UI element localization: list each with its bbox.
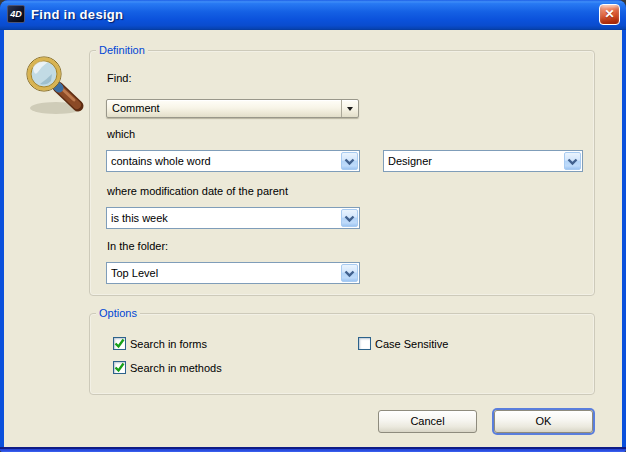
app-4d-icon: 4D — [7, 5, 25, 23]
search-in-forms-label: Search in forms — [130, 338, 207, 350]
options-legend: Options — [96, 307, 140, 319]
user-dropdown-value: Designer — [388, 155, 432, 167]
find-combobox-arrow[interactable] — [341, 100, 358, 117]
find-combobox-value: Comment — [112, 102, 160, 114]
find-combobox[interactable]: Comment — [106, 99, 359, 118]
chevron-down-icon[interactable] — [341, 209, 358, 227]
close-button[interactable]: ✕ — [599, 4, 620, 25]
options-group: Options — [89, 313, 595, 395]
dialog-body: Definition Find: Comment which contains … — [4, 30, 622, 447]
folder-dropdown-value: Top Level — [111, 267, 158, 279]
window-title: Find in design — [31, 7, 123, 22]
search-in-methods-checkbox[interactable] — [113, 361, 126, 374]
title-bar[interactable]: 4D Find in design ✕ — [0, 0, 626, 30]
ok-button[interactable]: OK — [494, 410, 593, 433]
cancel-button[interactable]: Cancel — [378, 410, 477, 433]
which-label: which — [107, 128, 135, 140]
check-icon — [114, 338, 125, 349]
which-dropdown-value: contains whole word — [111, 155, 211, 167]
case-sensitive-label: Case Sensitive — [375, 338, 448, 350]
which-dropdown[interactable]: contains whole word — [106, 150, 360, 172]
user-dropdown[interactable]: Designer — [383, 150, 583, 172]
definition-legend: Definition — [96, 44, 148, 56]
find-label: Find: — [107, 72, 131, 84]
check-icon — [114, 362, 125, 373]
chevron-down-icon[interactable] — [341, 152, 358, 170]
where-label: where modification date of the parent — [107, 185, 288, 197]
search-in-methods-row: Search in methods — [113, 361, 222, 374]
date-dropdown-value: is this week — [111, 212, 168, 224]
search-in-methods-label: Search in methods — [130, 362, 222, 374]
search-in-forms-row: Search in forms — [113, 337, 207, 350]
folder-dropdown[interactable]: Top Level — [106, 262, 360, 284]
magnifier-icon — [18, 53, 92, 117]
definition-group: Definition — [89, 50, 595, 296]
case-sensitive-checkbox[interactable] — [358, 337, 371, 350]
case-sensitive-row: Case Sensitive — [358, 337, 448, 350]
chevron-down-icon[interactable] — [341, 264, 358, 282]
chevron-down-icon[interactable] — [564, 152, 581, 170]
triangle-down-icon — [347, 107, 353, 111]
find-in-design-dialog: 4D Find in design ✕ Definition Find: Com… — [0, 0, 626, 452]
date-dropdown[interactable]: is this week — [106, 207, 360, 229]
search-in-forms-checkbox[interactable] — [113, 337, 126, 350]
folder-label: In the folder: — [107, 240, 168, 252]
window-bottom-frame — [0, 447, 626, 452]
